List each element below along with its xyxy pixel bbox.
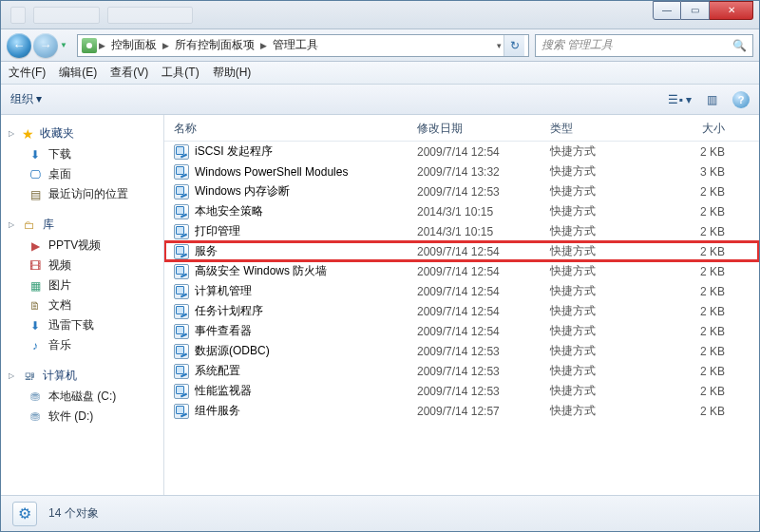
shortcut-icon: [174, 264, 189, 279]
sidebar-item-xunlei[interactable]: ⬇迅雷下载: [1, 315, 163, 335]
file-size: 2 KB: [668, 345, 725, 358]
menu-edit[interactable]: 编辑(E): [59, 65, 97, 81]
sidebar-item-drive-c[interactable]: ⛃本地磁盘 (C:): [1, 387, 163, 407]
menu-view[interactable]: 查看(V): [110, 65, 148, 81]
sidebar-item-recent[interactable]: ▤最近访问的位置: [1, 184, 163, 204]
status-text: 14 个对象: [48, 505, 99, 522]
chevron-right-icon[interactable]: ▶: [162, 41, 169, 50]
file-size: 2 KB: [668, 365, 725, 378]
preview-pane-button[interactable]: ▥: [707, 93, 717, 106]
file-date: 2009/7/14 12:53: [417, 345, 550, 358]
menu-file[interactable]: 文件(F): [9, 65, 46, 81]
file-size: 3 KB: [668, 165, 725, 179]
shortcut-icon: [174, 304, 189, 319]
file-row[interactable]: 性能监视器2009/7/14 12:53快捷方式2 KB: [164, 381, 759, 401]
file-row[interactable]: 服务2009/7/14 12:54快捷方式2 KB: [164, 241, 759, 261]
file-size: 2 KB: [668, 225, 725, 238]
sidebar-libraries[interactable]: ▷🗀库: [1, 214, 163, 236]
file-row[interactable]: 本地安全策略2014/3/1 10:15快捷方式2 KB: [164, 201, 759, 221]
shortcut-icon: [174, 204, 189, 219]
file-type: 快捷方式: [550, 243, 668, 259]
file-name: 数据源(ODBC): [195, 343, 270, 359]
col-date[interactable]: 修改日期: [417, 121, 550, 137]
status-icon: ⚙: [12, 502, 37, 526]
address-bar[interactable]: ▶ 控制面板 ▶ 所有控制面板项 ▶ 管理工具 ▾ ↻: [77, 34, 529, 57]
file-name: 任务计划程序: [195, 303, 263, 319]
file-date: 2009/7/14 12:54: [417, 265, 550, 278]
shortcut-icon: [174, 244, 189, 259]
file-name: Windows 内存诊断: [195, 183, 290, 200]
forward-button[interactable]: →: [33, 33, 58, 58]
file-name: 计算机管理: [195, 283, 252, 299]
file-name: 性能监视器: [195, 383, 252, 399]
file-date: 2009/7/14 12:53: [417, 365, 550, 378]
back-button[interactable]: ←: [7, 33, 31, 58]
file-row[interactable]: 组件服务2009/7/14 12:57快捷方式2 KB: [164, 401, 759, 421]
maximize-button[interactable]: ▭: [681, 1, 710, 20]
file-row[interactable]: 系统配置2009/7/14 12:53快捷方式2 KB: [164, 361, 759, 381]
navbar: ← → ▼ ▶ 控制面板 ▶ 所有控制面板项 ▶ 管理工具 ▾ ↻ 搜索 管理工…: [1, 29, 759, 62]
organize-button[interactable]: 组织 ▾: [10, 91, 42, 107]
breadcrumb-0[interactable]: 控制面板: [107, 37, 161, 53]
file-size: 2 KB: [668, 405, 725, 418]
statusbar: ⚙ 14 个对象: [1, 495, 759, 531]
refresh-button[interactable]: ↻: [504, 35, 524, 56]
file-type: 快捷方式: [550, 223, 668, 239]
sidebar-item-pictures[interactable]: ▦图片: [1, 276, 163, 295]
sidebar-item-downloads[interactable]: ⬇下载: [1, 144, 163, 164]
file-type: 快捷方式: [550, 403, 668, 419]
file-row[interactable]: 计算机管理2009/7/14 12:54快捷方式2 KB: [164, 281, 759, 301]
address-dropdown-icon[interactable]: ▾: [497, 41, 502, 50]
file-size: 2 KB: [668, 265, 725, 278]
sidebar-item-music[interactable]: ♪音乐: [1, 335, 163, 355]
file-date: 2009/7/14 12:54: [417, 305, 550, 318]
file-row[interactable]: 数据源(ODBC)2009/7/14 12:53快捷方式2 KB: [164, 341, 759, 361]
file-date: 2009/7/14 12:54: [417, 325, 550, 338]
file-row[interactable]: 打印管理2014/3/1 10:15快捷方式2 KB: [164, 221, 759, 241]
view-mode-button[interactable]: ☰▪ ▾: [668, 93, 692, 106]
help-button[interactable]: ?: [732, 91, 750, 108]
sidebar-item-pptv[interactable]: ▶PPTV视频: [1, 236, 163, 256]
file-row[interactable]: iSCSI 发起程序2009/7/14 12:54快捷方式2 KB: [164, 142, 759, 162]
history-dropdown-icon[interactable]: ▼: [60, 41, 71, 49]
search-icon[interactable]: 🔍: [732, 39, 747, 52]
menu-tools[interactable]: 工具(T): [162, 65, 199, 81]
sidebar-item-desktop[interactable]: 🖵桌面: [1, 164, 163, 184]
breadcrumb-1[interactable]: 所有控制面板项: [171, 37, 258, 53]
menubar: 文件(F) 编辑(E) 查看(V) 工具(T) 帮助(H): [1, 62, 759, 85]
col-size[interactable]: 大小: [668, 121, 725, 137]
col-type[interactable]: 类型: [550, 121, 668, 137]
search-input[interactable]: 搜索 管理工具 🔍: [535, 34, 753, 57]
shortcut-icon: [174, 224, 189, 239]
body: ▷★收藏夹 ⬇下载 🖵桌面 ▤最近访问的位置 ▷🗀库 ▶PPTV视频 🎞视频 ▦…: [1, 115, 759, 495]
sidebar-item-videos[interactable]: 🎞视频: [1, 256, 163, 276]
file-row[interactable]: 任务计划程序2009/7/14 12:54快捷方式2 KB: [164, 301, 759, 321]
file-row[interactable]: Windows PowerShell Modules2009/7/14 13:3…: [164, 162, 759, 181]
toolbar: 组织 ▾ ☰▪ ▾ ▥ ?: [1, 85, 759, 115]
breadcrumb-2[interactable]: 管理工具: [269, 37, 322, 53]
menu-help[interactable]: 帮助(H): [213, 65, 252, 81]
sidebar-computer[interactable]: ▷🖳计算机: [1, 365, 163, 387]
file-type: 快捷方式: [550, 143, 668, 160]
file-row[interactable]: 高级安全 Windows 防火墙2009/7/14 12:54快捷方式2 KB: [164, 261, 759, 281]
file-row[interactable]: 事件查看器2009/7/14 12:54快捷方式2 KB: [164, 321, 759, 341]
sidebar-favorites[interactable]: ▷★收藏夹: [1, 123, 163, 144]
file-name: Windows PowerShell Modules: [195, 165, 348, 179]
nav-arrows: ← → ▼: [7, 33, 71, 58]
file-row[interactable]: Windows 内存诊断2009/7/14 12:53快捷方式2 KB: [164, 181, 759, 201]
shortcut-icon: [174, 164, 189, 180]
file-type: 快捷方式: [550, 323, 668, 339]
file-type: 快捷方式: [550, 383, 668, 399]
file-name: 高级安全 Windows 防火墙: [195, 263, 327, 279]
control-panel-icon: [82, 38, 97, 53]
sidebar-item-documents[interactable]: 🗎文档: [1, 295, 163, 315]
file-size: 2 KB: [668, 245, 725, 258]
sidebar-item-drive-d[interactable]: ⛃软件 (D:): [1, 407, 163, 427]
col-name[interactable]: 名称: [174, 121, 417, 137]
chevron-right-icon[interactable]: ▶: [260, 41, 267, 50]
chevron-right-icon[interactable]: ▶: [99, 41, 105, 50]
file-date: 2009/7/14 12:54: [417, 285, 550, 298]
file-date: 2009/7/14 12:54: [417, 245, 550, 258]
minimize-button[interactable]: —: [653, 1, 681, 20]
close-button[interactable]: ✕: [710, 1, 753, 20]
